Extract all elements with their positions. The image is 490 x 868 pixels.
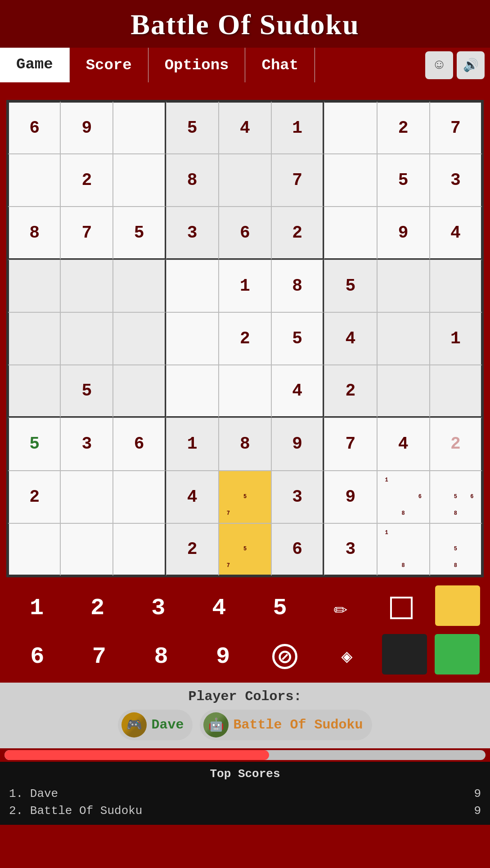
cell-0-6[interactable] (324, 101, 377, 154)
cell-2-0[interactable]: 8 (8, 207, 60, 259)
numpad-8[interactable]: 8 (134, 634, 188, 679)
cell-4-0[interactable] (8, 312, 60, 365)
cell-5-7[interactable] (377, 365, 430, 418)
cell-3-8[interactable] (430, 260, 482, 312)
numpad-color-black[interactable] (382, 634, 427, 675)
tab-game[interactable]: Game (0, 48, 70, 82)
cell-7-6[interactable]: 9 (324, 471, 377, 523)
cell-1-3[interactable]: 8 (166, 154, 219, 207)
cell-0-8[interactable]: 7 (430, 101, 482, 154)
numpad-5[interactable]: 5 (253, 585, 307, 630)
cell-6-4[interactable]: 8 (219, 418, 271, 470)
cell-8-2[interactable] (113, 523, 166, 576)
cell-0-4[interactable]: 4 (219, 101, 271, 154)
cell-3-0[interactable] (8, 260, 60, 312)
cell-4-1[interactable] (60, 312, 113, 365)
cell-5-1[interactable]: 5 (60, 365, 113, 418)
cell-2-7[interactable]: 9 (377, 207, 430, 259)
cell-5-8[interactable] (430, 365, 482, 418)
cell-0-0[interactable]: 6 (8, 101, 60, 154)
cell-1-6[interactable] (324, 154, 377, 207)
cell-2-6[interactable] (324, 207, 377, 259)
tab-chat[interactable]: Chat (245, 48, 315, 82)
cell-8-1[interactable] (60, 523, 113, 576)
cell-2-4[interactable]: 6 (219, 207, 271, 259)
cell-5-3[interactable] (166, 365, 219, 418)
cell-2-1[interactable]: 7 (60, 207, 113, 259)
numpad-3[interactable]: 3 (131, 585, 185, 630)
cell-8-8[interactable]: 58 (430, 523, 482, 576)
cell-3-6[interactable]: 5 (324, 260, 377, 312)
cell-4-7[interactable] (377, 312, 430, 365)
cell-3-4[interactable]: 1 (219, 260, 271, 312)
cell-6-6[interactable]: 7 (324, 418, 377, 470)
cell-8-3[interactable]: 2 (166, 523, 219, 576)
cell-6-0[interactable]: 5 (8, 418, 60, 470)
numpad-square[interactable] (374, 585, 428, 630)
cell-1-8[interactable]: 3 (430, 154, 482, 207)
cell-2-5[interactable]: 2 (271, 207, 324, 259)
numpad-diamond[interactable]: ◈ (320, 634, 374, 679)
cell-6-8[interactable]: 2 (430, 418, 482, 470)
smiley-button[interactable]: ☺ (425, 51, 453, 79)
cell-8-5[interactable]: 6 (271, 523, 324, 576)
cell-0-1[interactable]: 9 (60, 101, 113, 154)
numpad-color-green[interactable] (435, 634, 480, 675)
cell-7-3[interactable]: 4 (166, 471, 219, 523)
cell-4-3[interactable] (166, 312, 219, 365)
cell-8-0[interactable] (8, 523, 60, 576)
cell-7-8[interactable]: 568 (430, 471, 482, 523)
cell-5-2[interactable] (113, 365, 166, 418)
cell-4-4[interactable]: 2 (219, 312, 271, 365)
speaker-button[interactable]: 🔊 (457, 51, 485, 79)
cell-2-8[interactable]: 4 (430, 207, 482, 259)
cell-6-2[interactable]: 6 (113, 418, 166, 470)
cell-1-2[interactable] (113, 154, 166, 207)
cell-4-5[interactable]: 5 (271, 312, 324, 365)
cell-5-6[interactable]: 2 (324, 365, 377, 418)
cell-6-1[interactable]: 3 (60, 418, 113, 470)
numpad-7[interactable]: 7 (72, 634, 126, 679)
cell-2-2[interactable]: 5 (113, 207, 166, 259)
cell-4-6[interactable]: 4 (324, 312, 377, 365)
cell-3-2[interactable] (113, 260, 166, 312)
numpad-4[interactable]: 4 (192, 585, 246, 630)
cell-0-3[interactable]: 5 (166, 101, 219, 154)
cell-3-5[interactable]: 8 (271, 260, 324, 312)
cell-1-0[interactable] (8, 154, 60, 207)
cell-1-7[interactable]: 5 (377, 154, 430, 207)
cell-8-6[interactable]: 3 (324, 523, 377, 576)
cell-8-7[interactable]: 18 (377, 523, 430, 576)
cell-0-5[interactable]: 1 (271, 101, 324, 154)
cell-7-7[interactable]: 168 (377, 471, 430, 523)
cell-4-8[interactable]: 1 (430, 312, 482, 365)
numpad-pencil[interactable]: ✏ (314, 585, 368, 630)
cell-1-5[interactable]: 7 (271, 154, 324, 207)
cell-3-3[interactable] (166, 260, 219, 312)
numpad-color-orange[interactable] (435, 585, 480, 626)
cell-7-0[interactable]: 2 (8, 471, 60, 523)
numpad-2[interactable]: 2 (71, 585, 125, 630)
cell-4-2[interactable] (113, 312, 166, 365)
cell-7-5[interactable]: 3 (271, 471, 324, 523)
cell-1-1[interactable]: 2 (60, 154, 113, 207)
cell-0-7[interactable]: 2 (377, 101, 430, 154)
tab-score[interactable]: Score (70, 48, 148, 82)
cell-6-3[interactable]: 1 (166, 418, 219, 470)
cell-5-5[interactable]: 4 (271, 365, 324, 418)
cell-8-4[interactable]: 57 (219, 523, 271, 576)
cell-7-2[interactable] (113, 471, 166, 523)
tab-options[interactable]: Options (148, 48, 246, 82)
cell-3-1[interactable] (60, 260, 113, 312)
numpad-1[interactable]: 1 (10, 585, 64, 630)
cell-5-0[interactable] (8, 365, 60, 418)
cell-6-5[interactable]: 9 (271, 418, 324, 470)
cell-7-4[interactable]: 57 (219, 471, 271, 523)
cell-0-2[interactable] (113, 101, 166, 154)
cell-5-4[interactable] (219, 365, 271, 418)
cell-1-4[interactable] (219, 154, 271, 207)
numpad-6[interactable]: 6 (10, 634, 64, 679)
cell-7-1[interactable] (60, 471, 113, 523)
numpad-no[interactable]: ⊘ (258, 634, 312, 679)
cell-6-7[interactable]: 4 (377, 418, 430, 470)
